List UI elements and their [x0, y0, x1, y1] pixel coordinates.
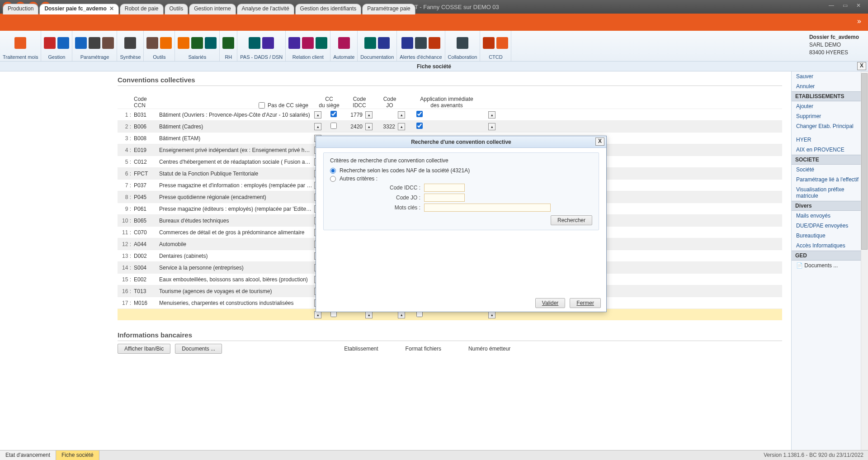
ccn-dropdown-icon[interactable]: ▴	[314, 111, 321, 119]
side-mails[interactable]: Mails envoyés	[792, 211, 868, 221]
ribbon-icon[interactable]	[378, 37, 390, 49]
documents-button[interactable]: Documents ...	[175, 344, 222, 354]
ribbon-group-collaboration[interactable]: Collaboration	[445, 31, 481, 61]
ribbon-icon[interactable]	[160, 37, 172, 49]
bottom-tab-etat[interactable]: Etat d'avancement	[0, 451, 56, 460]
input-idcc[interactable]	[424, 184, 465, 192]
ribbon-icon[interactable]	[102, 37, 114, 49]
ribbon-icon[interactable]	[191, 37, 203, 49]
rechercher-button[interactable]: Rechercher	[551, 215, 592, 225]
ribbon-group-rh[interactable]: RH	[220, 31, 237, 61]
side-due[interactable]: DUE/DPAE envoyées	[792, 221, 868, 231]
jo-dropdown-icon[interactable]: ▴	[398, 123, 405, 130]
ribbon-icon[interactable]	[57, 37, 69, 49]
syndicat-dropdown-icon[interactable]: ▴	[488, 123, 495, 130]
radio-other[interactable]	[330, 176, 336, 182]
ribbon-icon[interactable]	[44, 37, 56, 49]
ribbon-icon[interactable]	[146, 37, 158, 49]
pas-cc-siege-input[interactable]	[259, 102, 265, 109]
side-supprimer[interactable]: Supprimer	[792, 111, 868, 121]
ribbon-icon[interactable]	[302, 37, 314, 49]
tab-close-icon[interactable]: ✕	[109, 5, 114, 12]
ribbon-group-ctcd[interactable]: CTCD	[480, 31, 511, 61]
ccn-dropdown-icon[interactable]: ▴	[314, 123, 321, 130]
side-changer-etab[interactable]: Changer Etab. Principal	[792, 121, 868, 131]
bottom-tab-fiche[interactable]: Fiche société	[56, 451, 99, 460]
ribbon-group-salari-s[interactable]: Salariés	[175, 31, 220, 61]
sidepanel-scrollbar[interactable]	[861, 71, 868, 450]
dialog-close-button[interactable]: X	[595, 138, 604, 146]
ribbon-group-outils[interactable]: Outils	[144, 31, 175, 61]
siege-checkbox[interactable]	[330, 123, 337, 129]
idcc-dropdown-icon[interactable]: ▴	[365, 123, 373, 130]
valider-button[interactable]: Valider	[535, 298, 565, 308]
ribbon-icon[interactable]	[124, 37, 136, 49]
ribbon-icon[interactable]	[496, 37, 508, 49]
tabs-scroll-right-icon[interactable]: »	[857, 17, 866, 26]
window-maximize-icon[interactable]: ▭	[838, 2, 852, 11]
tab-gestion-des-identifiants[interactable]: Gestion des identifiants	[295, 4, 362, 14]
side-annuler[interactable]: Annuler	[792, 81, 868, 91]
tab-production[interactable]: Production	[3, 4, 38, 14]
ribbon-icon[interactable]	[75, 37, 87, 49]
ribbon-icon[interactable]	[364, 37, 376, 49]
tab-robot-de-paie[interactable]: Robot de paie	[120, 4, 164, 14]
side-ged-documents[interactable]: 📄 Documents ...	[792, 261, 868, 270]
sidepanel-scrollbar-thumb[interactable]	[861, 73, 868, 250]
ribbon-icon[interactable]	[483, 37, 495, 49]
ribbon-icon[interactable]	[178, 37, 189, 49]
side-ajouter[interactable]: Ajouter	[792, 101, 868, 111]
tab-analyse-de-l-activit-[interactable]: Analyse de l'activité	[237, 4, 294, 14]
side-etab-aix[interactable]: AIX en PROVENCE	[792, 145, 868, 155]
ribbon-group-traitement-mois[interactable]: Traitement mois	[0, 31, 41, 61]
ccn-row[interactable]: 1 :B031Bâtiment (Ouvriers : Provence-Alp…	[118, 109, 782, 120]
ribbon-group-pas-dads-dsn[interactable]: PAS - DADS / DSN	[237, 31, 286, 61]
side-bureautique[interactable]: Bureautique	[792, 231, 868, 241]
input-mots[interactable]	[424, 204, 551, 212]
app-checkbox[interactable]	[416, 123, 423, 129]
ribbon-group-documentation[interactable]: Documentation	[358, 31, 397, 61]
ribbon-icon[interactable]	[415, 37, 427, 49]
ribbon-icon[interactable]	[288, 37, 300, 49]
fermer-button[interactable]: Fermer	[570, 298, 601, 308]
ribbon-icon[interactable]	[401, 37, 413, 49]
ribbon-group-alertes-d-ch-ance[interactable]: Alertes d'échéance	[397, 31, 445, 61]
ribbon-group-automate[interactable]: Automate	[330, 31, 358, 61]
tab-outils[interactable]: Outils	[165, 4, 189, 14]
ribbon-group-relation-client[interactable]: Relation client	[286, 31, 330, 61]
radio-naf[interactable]	[330, 168, 336, 174]
ribbon-icon[interactable]	[205, 37, 217, 49]
syndicat-dropdown-icon[interactable]: ▴	[488, 111, 495, 119]
ribbon-icon[interactable]	[249, 37, 260, 49]
ribbon-icon[interactable]	[89, 37, 100, 49]
side-societe[interactable]: Société	[792, 165, 868, 175]
side-visu-prefixe[interactable]: Visualisation préfixe matricule	[792, 185, 868, 201]
ribbon-group-synth-se[interactable]: Synthèse	[117, 31, 144, 61]
ribbon-icon[interactable]	[338, 37, 350, 49]
ribbon-icon[interactable]	[222, 37, 234, 49]
app-checkbox[interactable]	[416, 111, 423, 117]
input-jo[interactable]	[424, 194, 465, 202]
siege-checkbox[interactable]	[330, 111, 337, 117]
tab-dossier-paie-fc-avdemo[interactable]: Dossier paie fc_avdemo✕	[39, 4, 118, 14]
ribbon-icon[interactable]	[262, 37, 274, 49]
window-close-icon[interactable]: ✕	[852, 2, 865, 11]
ribbon-icon[interactable]	[457, 37, 468, 49]
ribbon-group-param-trage[interactable]: Paramétrage	[72, 31, 117, 61]
ribbon-icon[interactable]	[429, 37, 440, 49]
pas-cc-siege-checkbox[interactable]: Pas de CC siège	[259, 102, 308, 109]
side-param-effectif[interactable]: Paramétrage lié à l'effectif	[792, 175, 868, 185]
side-sauver[interactable]: Sauver	[792, 71, 868, 81]
tab-param-trage-paie[interactable]: Paramétrage paie	[362, 4, 415, 14]
side-acces[interactable]: Accès Informatiques	[792, 241, 868, 251]
panel-close-button[interactable]: X	[857, 62, 866, 70]
ccn-row[interactable]: 2 :B006Bâtiment (Cadres)▴2420▴3322▴▴	[118, 120, 782, 132]
jo-dropdown-icon[interactable]: ▴	[398, 111, 405, 119]
ribbon-icon[interactable]	[316, 37, 327, 49]
ribbon-icon[interactable]	[14, 37, 26, 49]
tab-gestion-interne[interactable]: Gestion interne	[189, 4, 236, 14]
window-minimize-icon[interactable]: —	[825, 2, 838, 11]
side-etab-hyer[interactable]: HYER	[792, 135, 868, 145]
idcc-dropdown-icon[interactable]: ▴	[365, 111, 373, 119]
ribbon-group-gestion[interactable]: Gestion	[41, 31, 72, 61]
